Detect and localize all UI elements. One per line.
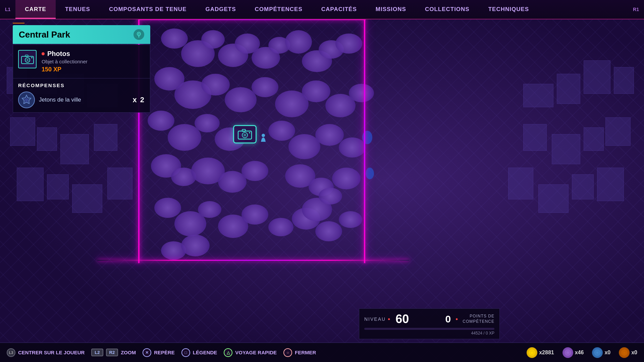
xp-bar-container [364,328,494,330]
square-button[interactable]: □ [181,348,190,357]
niveau-label: NIVEAU [364,316,386,322]
svg-rect-11 [25,55,28,57]
tree-blob [161,28,188,49]
l1-button[interactable]: L1 [0,7,15,12]
svg-rect-3 [242,129,246,131]
r1-button[interactable]: R1 [628,7,644,12]
collectible-type: Objet à collectionner [42,59,88,64]
tree-blob [195,114,220,132]
building [557,74,580,104]
collectible-section: Photos Objet à collectionner 150 XP [13,45,150,78]
reward-token-icon [18,92,35,108]
l3-button[interactable]: L3 [7,348,15,357]
svg-text:⬡: ⬡ [623,352,626,355]
level-number: 60 [395,312,409,326]
building [107,168,132,199]
collectible-dot [42,52,45,55]
control-repere-label: REPÈRE [154,350,175,355]
hex-token-icon: ⬡ [619,347,630,358]
tree-blob [201,74,230,96]
tree-blob [241,204,268,225]
camera-svg [237,128,252,140]
stat-gold-count: x2881 [539,350,554,356]
l2-button[interactable]: L2 [91,349,103,356]
control-voyage-label: VOYAGE RAPIDE [235,350,277,355]
tree-blob [332,168,361,189]
tree-blob [315,124,344,146]
reward-row: Jetons de la ville x 2 [18,92,145,108]
nav-item-techniques[interactable]: TECHNIQUES [479,0,538,19]
tree-blob [268,218,293,236]
building [584,60,610,94]
triangle-button[interactable]: △ [224,348,232,357]
circle-button[interactable]: ○ [283,348,292,357]
tree-blob [154,198,181,218]
reward-count: x 2 [132,96,145,104]
map-border-bottom [97,260,409,261]
building [538,184,569,213]
location-pin-icon [133,29,144,40]
top-navigation: L1 CARTE TENUES COMPOSANTS DE TENUE GADG… [0,0,644,19]
stat-blue-count: x0 [604,350,610,356]
stat-hex-token: ⬡ x0 [619,347,637,358]
points-separator: • [455,315,458,323]
r2-button[interactable]: R2 [106,349,118,356]
xp-text: 44524 / 0 XP [364,331,494,336]
tree-blob [335,34,362,54]
svg-point-5 [262,134,265,137]
control-repere: ✕ REPÈRE [143,348,175,357]
nav-item-competences[interactable]: COMPÉTENCES [245,0,312,19]
controls-left: L3 CENTRER SUR LE JOUEUR L2 R2 ZOOM ✕ RE… [7,348,527,357]
info-panel: Central Park [13,25,150,113]
tree-blob [268,121,295,141]
stat-hex-count: x0 [631,350,637,356]
building [605,117,631,146]
control-fermer: ○ FERMER [283,348,316,357]
scroll-line [13,23,24,23]
tree-blob [201,30,225,49]
tree-blob [198,201,221,218]
collectible-camera-icon [18,50,37,68]
control-zoom-label: ZOOM [121,350,136,355]
gold-token-icon: W [527,347,537,358]
x-button[interactable]: ✕ [143,348,151,357]
map-marker-camera[interactable] [233,125,257,143]
tree-blob [339,211,362,228]
stats-right: W x2881 x46 ✦ x0 [527,347,637,358]
nav-item-capacites[interactable]: CAPACITÉS [312,0,366,19]
nav-item-composants[interactable]: COMPOSANTS DE TENUE [100,0,196,19]
stat-purple-token: x46 [562,347,584,358]
tree-blob [241,161,268,181]
building [584,127,604,151]
rewards-section: RÉCOMPENSES Jetons de la ville x 2 [13,78,150,113]
control-legende: □ LÉGENDE [181,348,217,357]
nav-item-collections[interactable]: COLLECTIONS [416,0,479,19]
map-border-right [364,18,365,263]
nav-item-carte[interactable]: CARTE [15,0,56,19]
nav-item-gadgets[interactable]: GADGETS [196,0,245,19]
control-center-label: CENTRER SUR LE JOUEUR [18,350,85,355]
nav-item-missions[interactable]: MISSIONS [366,0,416,19]
location-header: Central Park [13,25,150,44]
building [60,134,89,164]
nav-item-tenues[interactable]: TENUES [56,0,100,19]
blue-token-icon: ✦ [592,347,603,358]
control-voyage-rapide: △ VOYAGE RAPIDE [224,348,277,357]
building [523,124,547,151]
building [37,127,57,151]
nav-items-container: CARTE TENUES COMPOSANTS DE TENUE GADGETS… [15,0,628,19]
svg-point-10 [26,59,29,61]
svg-text:✦: ✦ [596,351,599,355]
tree-blob [252,77,278,97]
tree-blob [315,221,342,241]
building [523,84,553,107]
svg-marker-18 [566,351,570,354]
points-value: 0 [445,313,451,325]
collectible-xp: 150 XP [42,66,88,73]
rewards-title: RÉCOMPENSES [18,82,145,88]
water-spot [366,168,374,179]
building [72,184,102,213]
svg-point-7 [138,33,140,35]
tree-blob [285,30,312,54]
purple-token-icon [562,347,573,358]
